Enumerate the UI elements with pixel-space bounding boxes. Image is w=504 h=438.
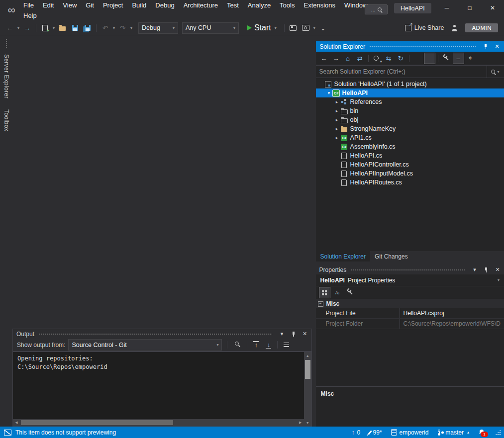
- float-window-icon[interactable]: [293, 339, 304, 350]
- pin-icon[interactable]: [483, 44, 489, 50]
- find-in-files-icon[interactable]: [288, 22, 299, 34]
- next-message-icon[interactable]: ↓: [263, 339, 274, 350]
- minimize-button[interactable]: ─: [435, 0, 458, 15]
- collapsed-arrow-icon[interactable]: ▸: [334, 99, 340, 104]
- track-active-item-icon[interactable]: ⌖: [465, 53, 476, 64]
- rail-tab-server-explorer[interactable]: Server Explorer: [3, 54, 10, 98]
- property-row-project-file[interactable]: Project FileHelloAPI.csproj: [316, 308, 504, 319]
- scroll-up-icon[interactable]: ▲: [304, 352, 311, 359]
- pin-icon[interactable]: [483, 267, 489, 273]
- undo-dropdown-icon[interactable]: ▾: [112, 26, 116, 30]
- category-row-misc[interactable]: − Misc: [316, 299, 504, 308]
- application-insights-dropdown-icon[interactable]: ▾: [312, 26, 316, 30]
- solution-configuration-dropdown[interactable]: Debug ▾: [138, 22, 178, 34]
- nest-related-files-icon[interactable]: [412, 53, 423, 64]
- property-value[interactable]: C:\Source\Repos\empowerid\WFS\D: [400, 319, 504, 329]
- horizontal-scroll-track[interactable]: [20, 419, 297, 426]
- quick-search-box[interactable]: ...: [365, 4, 388, 14]
- vertical-scrollbar[interactable]: ▲ ▼: [304, 352, 311, 426]
- scroll-right-icon[interactable]: ▶: [297, 419, 304, 426]
- menu-edit[interactable]: Edit: [38, 0, 58, 10]
- menu-view[interactable]: View: [58, 0, 81, 10]
- pending-changes-filter-icon[interactable]: [371, 53, 383, 64]
- tree-item-references[interactable]: ▸References: [316, 97, 504, 106]
- tree-item-obj[interactable]: ▸obj: [316, 115, 504, 124]
- start-debugging-button[interactable]: Start ▾: [244, 22, 281, 33]
- branch-button[interactable]: master ▴: [437, 429, 470, 436]
- output-source-dropdown[interactable]: Source Control - Git ▾: [68, 339, 222, 350]
- properties-icon[interactable]: [441, 53, 452, 64]
- show-all-files-icon[interactable]: [424, 53, 435, 64]
- scroll-left-icon[interactable]: ◀: [13, 419, 20, 426]
- menu-test[interactable]: Test: [222, 0, 243, 10]
- maximize-button[interactable]: □: [458, 0, 481, 15]
- collapse-category-icon[interactable]: −: [318, 301, 323, 307]
- forward-icon[interactable]: →: [330, 53, 342, 64]
- close-icon[interactable]: ✕: [302, 331, 308, 337]
- rail-tab-toolbox[interactable]: Toolbox: [3, 109, 10, 131]
- search-input[interactable]: [316, 68, 487, 75]
- tree-item-solution-helloapi-1-of-1-project[interactable]: Solution 'HelloAPI' (1 of 1 project): [316, 80, 504, 88]
- live-share-button[interactable]: Live Share: [405, 24, 444, 31]
- resize-gripper[interactable]: [495, 430, 501, 436]
- tree-item-strongnamekey[interactable]: ▸StrongNameKey: [316, 124, 504, 133]
- property-pages-icon[interactable]: [345, 287, 356, 298]
- new-file-icon[interactable]: [39, 22, 51, 34]
- output-title-bar[interactable]: Output ▾ ✕: [13, 329, 311, 339]
- console-text[interactable]: Opening repositories:C:\Source\Repos\emp…: [13, 352, 304, 419]
- window-position-icon[interactable]: ▾: [279, 331, 285, 337]
- tree-item-helloapi[interactable]: ▾C#HelloAPI: [316, 88, 504, 97]
- redo-dropdown-icon[interactable]: ▾: [129, 26, 133, 30]
- tree-item-helloapicontroller-cs[interactable]: HelloAPIController.cs: [316, 160, 504, 169]
- open-file-icon[interactable]: [57, 22, 68, 34]
- menu-file[interactable]: File: [19, 0, 38, 10]
- close-icon[interactable]: ✕: [495, 267, 501, 273]
- menu-analyze[interactable]: Analyze: [243, 0, 275, 10]
- property-value[interactable]: HelloAPI.csproj: [400, 308, 504, 318]
- solution-platform-dropdown[interactable]: Any CPU ▾: [182, 22, 239, 34]
- menu-project[interactable]: Project: [99, 0, 127, 10]
- collapsed-arrow-icon[interactable]: ▸: [334, 117, 340, 122]
- collapsed-arrow-icon[interactable]: ▸: [334, 126, 340, 131]
- undo-icon[interactable]: ↶: [100, 22, 111, 34]
- alphabetical-icon[interactable]: A↓: [332, 287, 343, 298]
- categorized-icon[interactable]: [319, 287, 330, 298]
- panel-splitter[interactable]: [316, 262, 504, 265]
- preview-selected-items-icon[interactable]: –: [453, 53, 464, 64]
- clear-all-icon[interactable]: [281, 339, 292, 350]
- redo-icon[interactable]: ↷: [117, 22, 128, 34]
- menu-extensions[interactable]: Extensions: [299, 0, 340, 10]
- properties-title-bar[interactable]: Properties ▾ ✕: [316, 265, 504, 274]
- navigate-back-icon[interactable]: ←: [4, 22, 15, 34]
- find-message-icon[interactable]: [232, 339, 244, 350]
- sync-with-active-document-icon[interactable]: ⇆: [383, 53, 395, 64]
- tree-item-helloapiinputmodel-cs[interactable]: HelloAPIInputModel.cs: [316, 169, 504, 178]
- tree-item-helloapiroutes-cs[interactable]: HelloAPIRoutes.cs: [316, 178, 504, 187]
- property-row-project-folder[interactable]: Project FolderC:\Source\Repos\empowerid\…: [316, 319, 504, 329]
- save-icon[interactable]: [69, 22, 81, 34]
- pin-icon[interactable]: [291, 331, 297, 337]
- menu-tools[interactable]: Tools: [275, 0, 299, 10]
- back-icon[interactable]: ←: [318, 53, 330, 64]
- menu-git[interactable]: Git: [81, 0, 99, 10]
- solution-explorer-title-bar[interactable]: Solution Explorer ✕: [316, 41, 504, 52]
- pending-edits-button[interactable]: 99*: [369, 429, 382, 436]
- horizontal-scrollbar[interactable]: ◀ ▶: [13, 419, 304, 426]
- collapsed-arrow-icon[interactable]: ▸: [334, 135, 340, 140]
- search-options-button[interactable]: ▾: [487, 66, 504, 78]
- previous-message-icon[interactable]: ↑: [250, 339, 262, 350]
- notifications-button[interactable]: 1: [479, 429, 486, 436]
- repository-button[interactable]: empowerid: [391, 429, 429, 436]
- close-button[interactable]: ✕: [481, 0, 504, 15]
- vertical-scroll-thumb[interactable]: [305, 360, 310, 379]
- navigate-forward-icon[interactable]: →: [21, 22, 33, 34]
- selected-object-dropdown[interactable]: HelloAPI Project Properties ▾: [316, 274, 504, 286]
- refresh-icon[interactable]: ↻: [395, 53, 406, 64]
- save-all-icon[interactable]: [82, 22, 93, 34]
- menu-architecture[interactable]: Architecture: [179, 0, 222, 10]
- vertical-scroll-track[interactable]: [304, 359, 311, 419]
- tree-item-assemblyinfo-cs[interactable]: C#AssemblyInfo.cs: [316, 142, 504, 151]
- new-file-dropdown-icon[interactable]: ▾: [52, 26, 56, 30]
- application-insights-icon[interactable]: [300, 22, 311, 34]
- add-user-icon[interactable]: [451, 25, 458, 31]
